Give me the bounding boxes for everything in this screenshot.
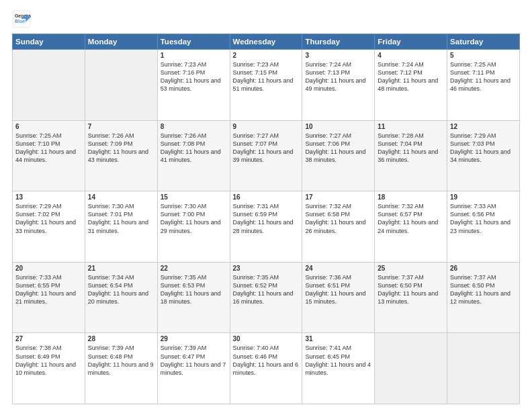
calendar-week-row: 6Sunrise: 7:25 AMSunset: 7:10 PMDaylight… bbox=[13, 120, 520, 191]
weekday-header: Thursday bbox=[302, 34, 375, 50]
day-info: Sunrise: 7:26 AMSunset: 7:09 PMDaylight:… bbox=[88, 132, 154, 165]
day-info: Sunrise: 7:40 AMSunset: 6:46 PMDaylight:… bbox=[233, 344, 300, 377]
day-number: 8 bbox=[161, 123, 227, 130]
calendar-cell: 3Sunrise: 7:24 AMSunset: 7:13 PMDaylight… bbox=[302, 50, 375, 121]
day-number: 15 bbox=[161, 193, 227, 201]
weekday-header: Wednesday bbox=[230, 34, 302, 50]
day-number: 11 bbox=[378, 123, 444, 130]
day-number: 9 bbox=[233, 123, 300, 130]
calendar-cell: 10Sunrise: 7:27 AMSunset: 7:06 PMDayligh… bbox=[302, 120, 375, 191]
calendar-cell bbox=[13, 50, 85, 121]
calendar-cell bbox=[447, 333, 520, 404]
page: General Blue SundayMondayTuesdayWednesda… bbox=[0, 0, 532, 411]
day-number: 29 bbox=[161, 335, 227, 342]
day-info: Sunrise: 7:26 AMSunset: 7:08 PMDaylight:… bbox=[161, 132, 227, 165]
calendar-cell: 15Sunrise: 7:30 AMSunset: 7:00 PMDayligh… bbox=[157, 191, 230, 263]
day-number: 20 bbox=[15, 265, 82, 272]
day-number: 5 bbox=[450, 52, 517, 59]
day-number: 16 bbox=[233, 193, 300, 201]
day-number: 13 bbox=[15, 193, 82, 201]
calendar-cell: 1Sunrise: 7:23 AMSunset: 7:16 PMDaylight… bbox=[157, 50, 230, 121]
day-number: 6 bbox=[15, 123, 82, 130]
calendar-cell: 5Sunrise: 7:25 AMSunset: 7:11 PMDaylight… bbox=[447, 50, 520, 121]
day-info: Sunrise: 7:39 AMSunset: 6:48 PMDaylight:… bbox=[88, 344, 154, 377]
weekday-header: Friday bbox=[375, 34, 447, 50]
calendar-cell: 8Sunrise: 7:26 AMSunset: 7:08 PMDaylight… bbox=[157, 120, 230, 191]
day-info: Sunrise: 7:33 AMSunset: 6:56 PMDaylight:… bbox=[450, 202, 517, 235]
day-number: 24 bbox=[305, 265, 371, 272]
header: General Blue bbox=[12, 9, 520, 28]
day-number: 12 bbox=[450, 123, 517, 130]
day-info: Sunrise: 7:30 AMSunset: 7:01 PMDaylight:… bbox=[88, 202, 154, 235]
calendar-cell: 28Sunrise: 7:39 AMSunset: 6:48 PMDayligh… bbox=[85, 333, 157, 404]
calendar-table: SundayMondayTuesdayWednesdayThursdayFrid… bbox=[12, 34, 520, 404]
day-number: 27 bbox=[15, 335, 82, 342]
day-info: Sunrise: 7:25 AMSunset: 7:10 PMDaylight:… bbox=[15, 132, 82, 165]
day-number: 26 bbox=[450, 265, 517, 272]
day-info: Sunrise: 7:35 AMSunset: 6:53 PMDaylight:… bbox=[161, 273, 227, 306]
calendar-cell: 21Sunrise: 7:34 AMSunset: 6:54 PMDayligh… bbox=[85, 262, 157, 333]
calendar-cell: 7Sunrise: 7:26 AMSunset: 7:09 PMDaylight… bbox=[85, 120, 157, 191]
day-info: Sunrise: 7:29 AMSunset: 7:02 PMDaylight:… bbox=[15, 202, 82, 235]
day-info: Sunrise: 7:41 AMSunset: 6:45 PMDaylight:… bbox=[305, 344, 371, 377]
calendar-cell: 23Sunrise: 7:35 AMSunset: 6:52 PMDayligh… bbox=[230, 262, 302, 333]
calendar-cell: 12Sunrise: 7:29 AMSunset: 7:03 PMDayligh… bbox=[447, 120, 520, 191]
day-number: 1 bbox=[161, 52, 227, 59]
day-info: Sunrise: 7:35 AMSunset: 6:52 PMDaylight:… bbox=[233, 273, 300, 306]
calendar-cell: 29Sunrise: 7:39 AMSunset: 6:47 PMDayligh… bbox=[157, 333, 230, 404]
calendar-week-row: 13Sunrise: 7:29 AMSunset: 7:02 PMDayligh… bbox=[13, 191, 520, 263]
day-number: 14 bbox=[88, 193, 154, 201]
calendar-week-row: 27Sunrise: 7:38 AMSunset: 6:49 PMDayligh… bbox=[13, 333, 520, 404]
day-number: 23 bbox=[233, 265, 300, 272]
day-info: Sunrise: 7:32 AMSunset: 6:57 PMDaylight:… bbox=[378, 202, 444, 235]
day-number: 22 bbox=[161, 265, 227, 272]
calendar-cell: 25Sunrise: 7:37 AMSunset: 6:50 PMDayligh… bbox=[375, 262, 447, 333]
calendar-cell: 16Sunrise: 7:31 AMSunset: 6:59 PMDayligh… bbox=[230, 191, 302, 263]
weekday-header: Tuesday bbox=[157, 34, 230, 50]
day-info: Sunrise: 7:39 AMSunset: 6:47 PMDaylight:… bbox=[161, 344, 227, 377]
calendar-cell: 2Sunrise: 7:23 AMSunset: 7:15 PMDaylight… bbox=[230, 50, 302, 121]
calendar-cell: 19Sunrise: 7:33 AMSunset: 6:56 PMDayligh… bbox=[447, 191, 520, 263]
day-info: Sunrise: 7:25 AMSunset: 7:11 PMDaylight:… bbox=[450, 60, 517, 93]
calendar-cell: 4Sunrise: 7:24 AMSunset: 7:12 PMDaylight… bbox=[375, 50, 447, 121]
calendar-cell: 26Sunrise: 7:37 AMSunset: 6:50 PMDayligh… bbox=[447, 262, 520, 333]
calendar-cell: 14Sunrise: 7:30 AMSunset: 7:01 PMDayligh… bbox=[85, 191, 157, 263]
calendar-cell: 11Sunrise: 7:28 AMSunset: 7:04 PMDayligh… bbox=[375, 120, 447, 191]
day-number: 7 bbox=[88, 123, 154, 130]
day-number: 3 bbox=[305, 52, 371, 59]
calendar-cell bbox=[375, 333, 447, 404]
day-number: 17 bbox=[305, 193, 371, 201]
day-info: Sunrise: 7:32 AMSunset: 6:58 PMDaylight:… bbox=[305, 202, 371, 235]
day-info: Sunrise: 7:30 AMSunset: 7:00 PMDaylight:… bbox=[161, 202, 227, 235]
calendar-cell: 31Sunrise: 7:41 AMSunset: 6:45 PMDayligh… bbox=[302, 333, 375, 404]
day-info: Sunrise: 7:29 AMSunset: 7:03 PMDaylight:… bbox=[450, 132, 517, 165]
day-number: 19 bbox=[450, 193, 517, 201]
calendar-header-row: SundayMondayTuesdayWednesdayThursdayFrid… bbox=[13, 34, 520, 50]
day-number: 30 bbox=[233, 335, 300, 342]
day-info: Sunrise: 7:36 AMSunset: 6:51 PMDaylight:… bbox=[305, 273, 371, 306]
calendar-cell: 6Sunrise: 7:25 AMSunset: 7:10 PMDaylight… bbox=[13, 120, 85, 191]
calendar-week-row: 20Sunrise: 7:33 AMSunset: 6:55 PMDayligh… bbox=[13, 262, 520, 333]
calendar-cell: 13Sunrise: 7:29 AMSunset: 7:02 PMDayligh… bbox=[13, 191, 85, 263]
logo-icon: General Blue bbox=[12, 9, 31, 28]
weekday-header: Saturday bbox=[447, 34, 520, 50]
day-number: 21 bbox=[88, 265, 154, 272]
day-number: 25 bbox=[378, 265, 444, 272]
day-info: Sunrise: 7:34 AMSunset: 6:54 PMDaylight:… bbox=[88, 273, 154, 306]
day-info: Sunrise: 7:24 AMSunset: 7:12 PMDaylight:… bbox=[378, 60, 444, 93]
day-info: Sunrise: 7:38 AMSunset: 6:49 PMDaylight:… bbox=[15, 344, 82, 377]
day-number: 4 bbox=[378, 52, 444, 59]
calendar-cell: 18Sunrise: 7:32 AMSunset: 6:57 PMDayligh… bbox=[375, 191, 447, 263]
day-info: Sunrise: 7:37 AMSunset: 6:50 PMDaylight:… bbox=[450, 273, 517, 306]
day-info: Sunrise: 7:23 AMSunset: 7:15 PMDaylight:… bbox=[233, 60, 300, 93]
calendar-cell: 30Sunrise: 7:40 AMSunset: 6:46 PMDayligh… bbox=[230, 333, 302, 404]
day-number: 31 bbox=[305, 335, 371, 342]
day-info: Sunrise: 7:33 AMSunset: 6:55 PMDaylight:… bbox=[15, 273, 82, 306]
day-info: Sunrise: 7:31 AMSunset: 6:59 PMDaylight:… bbox=[233, 202, 300, 235]
calendar-cell: 17Sunrise: 7:32 AMSunset: 6:58 PMDayligh… bbox=[302, 191, 375, 263]
day-number: 28 bbox=[88, 335, 154, 342]
logo: General Blue bbox=[12, 9, 31, 28]
calendar-cell: 9Sunrise: 7:27 AMSunset: 7:07 PMDaylight… bbox=[230, 120, 302, 191]
day-info: Sunrise: 7:28 AMSunset: 7:04 PMDaylight:… bbox=[378, 132, 444, 165]
svg-text:Blue: Blue bbox=[15, 19, 25, 24]
